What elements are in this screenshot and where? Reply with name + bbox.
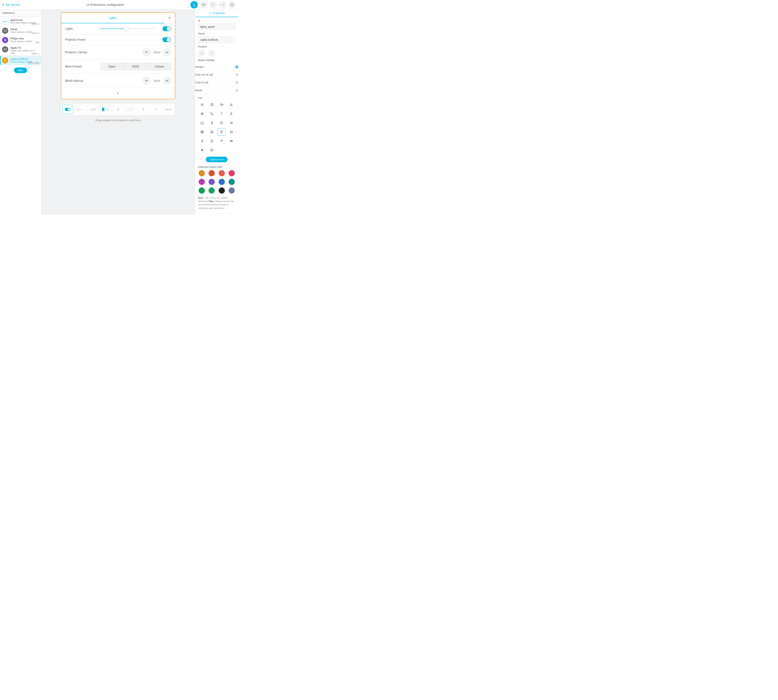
palette-button[interactable] — [88, 105, 99, 114]
add-widget-row[interactable]: + — [61, 88, 175, 99]
icon-option-target[interactable] — [198, 110, 206, 117]
sidebar-item[interactable]: www appsco.pe Web App (always visible) p… — [0, 17, 41, 26]
palette-dpad[interactable] — [150, 105, 161, 114]
widget-slider[interactable]: Lights — [61, 23, 175, 34]
chevron-down-icon — [145, 80, 148, 82]
icon-option-info[interactable] — [218, 119, 226, 127]
color-label: Extension button color — [198, 165, 235, 168]
svg-point-17 — [230, 133, 231, 133]
widget-label: Lights — [65, 27, 100, 30]
name-label: Name — [198, 32, 235, 35]
icon-option-mic[interactable] — [198, 137, 206, 145]
widget-label: Projector Canvas — [65, 50, 100, 54]
color-swatch[interactable] — [209, 170, 215, 176]
segment-option[interactable]: Closed — [148, 62, 171, 71]
sidebar-item[interactable]: Philips Hue Panel (always visible) Hue — [0, 35, 41, 45]
color-swatch[interactable] — [229, 187, 235, 193]
visibility-option[interactable]: Only out of call — [195, 71, 238, 78]
icon-option-desktop[interactable] — [208, 147, 216, 154]
undo-button[interactable] — [209, 1, 217, 8]
icon-option-bell[interactable] — [227, 101, 235, 108]
add-tab-button[interactable]: + — [164, 13, 175, 23]
svg-point-6 — [210, 13, 210, 13]
palette-spacer[interactable] — [163, 105, 174, 114]
stepper-decrease[interactable] — [142, 48, 151, 57]
monitor-icon — [2, 46, 8, 52]
icon-option-vmail[interactable] — [227, 137, 235, 145]
segment-option[interactable]: 50/50 — [124, 62, 148, 71]
color-swatch[interactable] — [199, 170, 205, 176]
sidebar-item[interactable]: Lights & Blinds Panel (always visible) l… — [0, 56, 41, 65]
position-label: Position — [198, 45, 235, 48]
color-swatch[interactable] — [229, 179, 235, 185]
color-swatch[interactable] — [209, 179, 215, 185]
panel-tab[interactable]: Lights — [61, 13, 164, 23]
icon-option-camera[interactable] — [218, 101, 226, 108]
icon-option-power[interactable] — [208, 137, 216, 145]
widget-stepper[interactable]: Blinds Manual Value — [61, 74, 175, 88]
name-field[interactable] — [198, 36, 235, 43]
back-link[interactable]: My Device — [2, 3, 20, 7]
icon-option-shuffle[interactable] — [227, 119, 235, 127]
visibility-option[interactable]: Never — [195, 87, 238, 94]
panel-card[interactable]: Lights + Lights Projector Power — [61, 12, 175, 99]
color-swatch[interactable] — [229, 170, 235, 176]
palette-stepper[interactable]: + — [113, 105, 124, 114]
segment-option[interactable]: Open — [100, 62, 124, 71]
redo-button[interactable] — [219, 1, 226, 8]
palette-directional[interactable]: ˄˅ — [125, 105, 136, 114]
slider-thumb[interactable] — [124, 27, 129, 31]
palette-slider[interactable] — [75, 105, 86, 114]
position-up-button[interactable] — [208, 49, 215, 57]
chevron-left-icon — [2, 3, 5, 7]
stepper-increase[interactable] — [163, 77, 171, 85]
icon-option-sliders[interactable] — [198, 147, 206, 154]
widget-stepper[interactable]: Projector Canvas Value — [61, 45, 175, 60]
sidebar-item[interactable]: Apple TV Panel (only visible out of call… — [0, 45, 41, 56]
palette-switch[interactable] — [62, 105, 73, 114]
color-swatch[interactable] — [199, 179, 205, 185]
id-field[interactable] — [198, 23, 235, 30]
widget-segmented[interactable]: Blind Presets Open50/50Closed — [61, 60, 175, 74]
upload-icon-button[interactable]: Upload Icon — [206, 157, 227, 162]
svg-rect-1 — [4, 30, 7, 32]
icon-option-globe[interactable] — [198, 128, 206, 136]
slider-track[interactable] — [100, 28, 157, 29]
icon-option-phone[interactable] — [208, 110, 216, 117]
new-extension-button[interactable]: New — [14, 68, 27, 73]
icon-option-music[interactable] — [227, 128, 235, 136]
icon-option-laptop[interactable] — [208, 128, 216, 136]
icon-option-clock[interactable] — [208, 101, 216, 108]
icon-option-gear[interactable] — [198, 101, 206, 108]
color-swatch[interactable] — [219, 187, 225, 193]
icon-option-help[interactable] — [218, 110, 226, 117]
svg-point-21 — [221, 142, 222, 142]
svg-point-26 — [202, 150, 203, 150]
palette-text[interactable]: T — [138, 105, 149, 114]
position-down-button[interactable] — [198, 49, 205, 57]
widget-switch[interactable]: Projector Power — [61, 34, 175, 45]
visibility-option[interactable]: Always — [195, 63, 238, 71]
icon-option-bulb[interactable] — [218, 128, 226, 136]
icon-option-wifi[interactable] — [218, 137, 226, 145]
color-swatch[interactable] — [199, 187, 205, 193]
icon-option-home[interactable] — [198, 119, 206, 127]
icon-option-person[interactable] — [227, 110, 235, 117]
menu-button[interactable] — [229, 1, 236, 8]
lights-switch-toggle[interactable] — [162, 26, 171, 31]
svg-point-3 — [5, 40, 6, 40]
color-swatch[interactable] — [219, 179, 225, 185]
color-swatch[interactable] — [219, 170, 225, 176]
icon-option-thermo[interactable] — [208, 119, 216, 127]
palette-segmented[interactable] — [100, 105, 111, 114]
color-swatch[interactable] — [209, 187, 215, 193]
sidebar-item[interactable]: Panel Panel (always visible) panel_2 — [0, 26, 41, 35]
preview-button[interactable] — [200, 1, 207, 8]
stepper-decrease[interactable] — [142, 77, 151, 85]
upload-config-button[interactable] — [190, 1, 198, 8]
visibility-option[interactable]: Only in call — [195, 78, 238, 87]
delete-panel-button[interactable]: Delete panel — [198, 213, 235, 215]
tab-properties[interactable]: Properties — [195, 10, 238, 17]
stepper-increase[interactable] — [163, 48, 171, 57]
projector-power-toggle[interactable] — [162, 37, 171, 42]
